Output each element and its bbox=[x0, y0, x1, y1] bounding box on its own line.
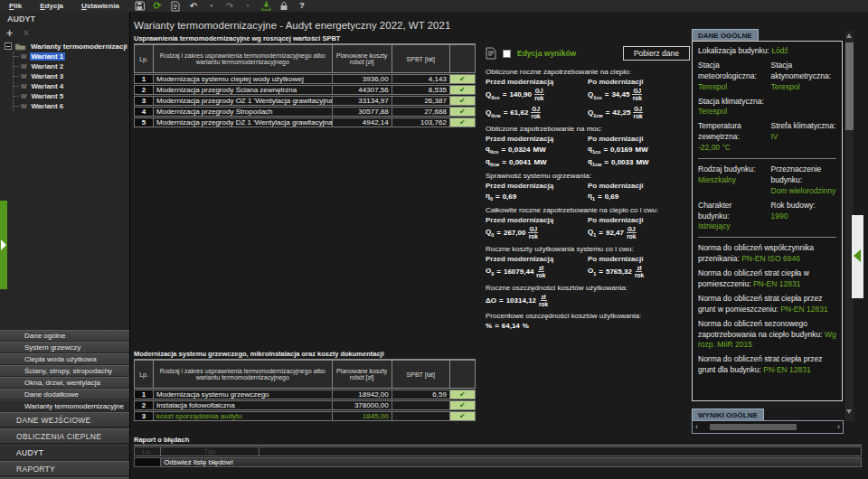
cost-cell[interactable]: 378000,00 bbox=[333, 400, 392, 410]
cost-cell[interactable]: 44307,56 bbox=[333, 85, 392, 95]
add-variant-icon[interactable]: + bbox=[6, 29, 13, 38]
spbt-cell[interactable] bbox=[392, 400, 450, 410]
table-row[interactable]: 2Instalacja fotowoltaiczna378000,00✔ bbox=[134, 400, 476, 410]
sidebar-item-warianty-termomodernizacyjne[interactable]: Warianty termomodernizacyjne bbox=[0, 400, 129, 411]
edit-results-checkbox[interactable] bbox=[503, 50, 511, 58]
help-icon[interactable]: ? bbox=[297, 1, 307, 12]
lock-icon[interactable] bbox=[278, 1, 289, 12]
description-cell[interactable]: Modernizacja systemu ciepłej wody użytko… bbox=[154, 74, 333, 84]
table-row[interactable]: 1Modernizacja systemu ciepłej wody użytk… bbox=[134, 74, 476, 84]
spbt-cell[interactable]: 27,688 bbox=[392, 107, 450, 117]
description-cell[interactable]: Instalacja fotowoltaiczna bbox=[154, 400, 333, 410]
vertical-scrollbar-thumb[interactable] bbox=[845, 42, 854, 130]
sidebar-section-dane-wejściowe[interactable]: DANE WEJŚCIOWE bbox=[0, 412, 129, 427]
sidebar-item-dane-ogólne[interactable]: Dane ogólne bbox=[0, 330, 129, 341]
cost-cell[interactable]: 1845,00 bbox=[333, 411, 392, 421]
sidebar-item-system-grzewczy[interactable]: System grzewczy bbox=[0, 342, 129, 352]
left-panel-expand-handle[interactable] bbox=[0, 201, 7, 289]
tree-item-wariant-6[interactable]: WWariant 6 bbox=[14, 101, 129, 111]
description-cell[interactable]: Modernizacja przegrody DZ 1 'Wentylacja … bbox=[154, 117, 333, 127]
menu-item-2[interactable]: Ustawienia bbox=[81, 2, 119, 10]
sidebar-section-audyt[interactable]: AUDYT bbox=[0, 445, 129, 459]
scroll-down-icon[interactable] bbox=[846, 409, 852, 414]
result-formula: O1=5765,32złrok bbox=[588, 265, 690, 279]
result-formula: q1cw=0,0033MW bbox=[588, 157, 690, 167]
description-cell[interactable]: Modernizacja systemu grzewczego bbox=[154, 390, 333, 399]
redo-icon[interactable]: ↷ bbox=[224, 1, 235, 12]
collapse-icon[interactable] bbox=[5, 42, 12, 50]
sidebar-item-dane-dodatkowe[interactable]: Dane dodatkowe bbox=[0, 389, 129, 399]
scroll-up-icon[interactable] bbox=[846, 33, 852, 38]
sidebar-section-raporty[interactable]: RAPORTY bbox=[0, 461, 129, 475]
sidebar-item-ściany-stropy-stropodachy[interactable]: Ściany, stropy, stropodachy bbox=[0, 365, 129, 376]
spbt-cell[interactable]: 4,143 bbox=[392, 74, 450, 84]
table-row[interactable]: 2Modernizacja przegrody Ściana zewnętrzn… bbox=[134, 85, 476, 95]
refresh-icon[interactable]: ⟳ bbox=[152, 1, 163, 12]
spbt-cell[interactable]: 8,535 bbox=[392, 85, 450, 95]
tree-root-node[interactable]: Warianty termomodernizacji bbox=[5, 41, 129, 52]
delete-variant-icon[interactable]: × bbox=[24, 29, 29, 38]
spbt-cell[interactable] bbox=[392, 411, 450, 421]
tree-item-wariant-2[interactable]: WWariant 2 bbox=[14, 61, 129, 71]
spbt-cell[interactable]: 6,59 bbox=[392, 390, 450, 399]
cost-cell[interactable]: 30577,88 bbox=[333, 107, 392, 117]
right-panel-collapse-handle[interactable] bbox=[852, 215, 863, 298]
table-row[interactable]: 3Modernizacja przegrody OZ 1 'Wentylacja… bbox=[134, 96, 476, 106]
include-checkbox[interactable]: ✔ bbox=[450, 85, 476, 95]
redo-dropdown-icon[interactable]: ▼ bbox=[242, 1, 253, 12]
scroll-right-icon[interactable]: › bbox=[837, 423, 840, 431]
field-value: Terespol bbox=[771, 82, 837, 93]
error-header-row: Lp.Typ bbox=[134, 446, 862, 456]
description-cell[interactable]: Modernizacja przegrody OZ 1 'Wentylacja … bbox=[154, 96, 333, 106]
table-row[interactable]: 1Modernizacja systemu grzewczego18942,00… bbox=[134, 390, 476, 399]
horizontal-scrollbar-thumb[interactable] bbox=[710, 424, 797, 430]
row-number-cell: 2 bbox=[134, 400, 154, 410]
tree-item-wariant-4[interactable]: WWariant 4 bbox=[14, 81, 129, 91]
refresh-errors-button[interactable]: Odśwież listę błędów! bbox=[161, 457, 862, 467]
tree-toolbar: + × bbox=[0, 26, 129, 41]
cost-cell[interactable]: 33134,97 bbox=[333, 96, 392, 106]
results-section-title: Obliczone roczne zapotrzebowanie na ciep… bbox=[486, 68, 690, 76]
sidebar-item-ciepła-woda-użytkowa[interactable]: Ciepła woda użytkowa bbox=[0, 353, 129, 364]
tree-item-wariant-1[interactable]: WWariant 1 bbox=[14, 52, 129, 61]
include-checkbox[interactable]: ✔ bbox=[450, 400, 476, 410]
spbt-cell[interactable]: 26,387 bbox=[392, 96, 450, 106]
menu-item-1[interactable]: Edycja bbox=[40, 2, 63, 10]
error-refresh-row[interactable]: Odśwież listę błędów! bbox=[134, 457, 862, 467]
undo-icon[interactable]: ↶ bbox=[188, 1, 199, 12]
tree-item-wariant-3[interactable]: WWariant 3 bbox=[14, 71, 129, 81]
include-checkbox[interactable]: ✔ bbox=[450, 117, 476, 127]
description-cell[interactable]: koszt sporządzenia audytu bbox=[154, 411, 333, 421]
include-checkbox[interactable]: ✔ bbox=[450, 107, 476, 117]
table-row[interactable]: 4Modernizacja przegrody Stropodach30577,… bbox=[134, 107, 476, 117]
include-checkbox[interactable]: ✔ bbox=[450, 74, 476, 84]
scroll-left-icon[interactable]: ‹ bbox=[695, 423, 698, 431]
cost-cell[interactable]: 3936,00 bbox=[333, 74, 392, 84]
fetch-data-button[interactable]: Pobierz dane bbox=[623, 46, 690, 61]
include-checkbox[interactable]: ✔ bbox=[450, 411, 476, 421]
field-label: Przeznaczenie budynku: bbox=[771, 164, 822, 184]
sidebar-section-obliczenia-cieplne[interactable]: OBLICZENIA CIEPLNE bbox=[0, 428, 129, 443]
report-edit-icon[interactable] bbox=[170, 1, 181, 12]
spbt-cell[interactable]: 103,762 bbox=[392, 117, 450, 127]
undo-dropdown-icon[interactable]: ▼ bbox=[206, 1, 217, 12]
table-row[interactable]: 5Modernizacja przegrody DZ 1 'Wentylacja… bbox=[134, 117, 476, 127]
import-icon[interactable] bbox=[260, 1, 271, 12]
cost-cell[interactable]: 4942,14 bbox=[333, 117, 392, 127]
tab-wyniki-ogolne[interactable]: WYNIKI OGÓLNE bbox=[692, 409, 764, 420]
description-cell[interactable]: Modernizacja przegrody Ściana zewnętrzna bbox=[154, 85, 333, 95]
description-cell[interactable]: Modernizacja przegrody Stropodach bbox=[154, 107, 333, 117]
include-checkbox[interactable]: ✔ bbox=[450, 96, 476, 106]
sidebar-item-okna-drzwi-wentylacja[interactable]: Okna, drzwi, wentylacja bbox=[0, 377, 129, 388]
save-icon[interactable] bbox=[134, 1, 145, 12]
unit-fraction: złrok bbox=[539, 294, 548, 308]
field-label: Charakter budynku: bbox=[698, 201, 731, 221]
menu-item-0[interactable]: Plik bbox=[9, 2, 22, 10]
cost-cell[interactable]: 18942,00 bbox=[333, 390, 392, 399]
tab-dane-ogolne[interactable]: DANE OGÓLNE bbox=[692, 29, 759, 41]
include-checkbox[interactable]: ✔ bbox=[450, 390, 476, 399]
table-row[interactable]: 3koszt sporządzenia audytu1845,00✔ bbox=[134, 411, 476, 421]
tree-item-wariant-5[interactable]: WWariant 5 bbox=[14, 91, 129, 101]
column-header bbox=[450, 360, 476, 389]
formula-row: η0=0,69η1=0,69 bbox=[486, 192, 690, 202]
